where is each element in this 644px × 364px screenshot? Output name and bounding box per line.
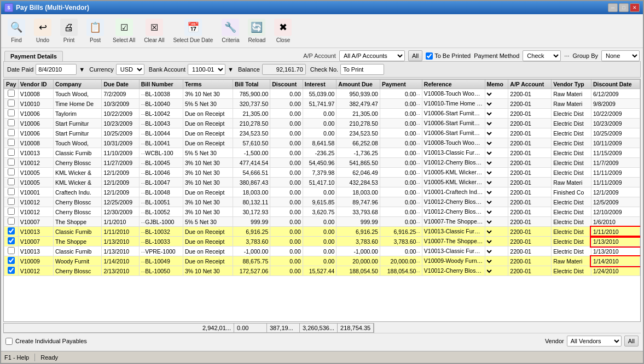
memo-dropdown[interactable]: [487, 228, 494, 235]
memo-dropdown[interactable]: [487, 199, 494, 206]
bill-number-ellipsis[interactable]: ···: [141, 111, 146, 117]
memo-cell[interactable]: [485, 266, 508, 276]
select-due-date-button[interactable]: 📅 Select Due Date: [169, 16, 217, 46]
memo-cell[interactable]: [485, 119, 508, 128]
memo-cell[interactable]: [485, 138, 508, 148]
memo-dropdown[interactable]: [487, 101, 494, 107]
maximize-button[interactable]: □: [619, 3, 629, 12]
payment-cell[interactable]: 0.00···: [380, 207, 422, 217]
payment-method-select[interactable]: Check: [523, 50, 561, 61]
memo-cell[interactable]: [485, 197, 508, 207]
memo-dropdown[interactable]: [487, 160, 494, 166]
bill-number-ellipsis[interactable]: ···: [141, 249, 146, 255]
vendor-select[interactable]: All Vendors: [567, 336, 622, 347]
payment-cell[interactable]: 0.00···: [380, 217, 422, 227]
find-button[interactable]: 🔍 Find: [4, 16, 29, 46]
pay-cell[interactable]: [4, 237, 19, 246]
memo-cell[interactable]: [485, 158, 508, 168]
payment-cell[interactable]: 0.00···: [380, 89, 422, 99]
pay-cell[interactable]: [4, 256, 19, 266]
payment-ellipsis[interactable]: ···: [416, 171, 420, 176]
vendor-all-button[interactable]: All: [624, 336, 639, 347]
bank-account-select[interactable]: 1100-01: [188, 64, 225, 75]
pay-cell[interactable]: [4, 266, 19, 276]
payment-ellipsis[interactable]: ···: [416, 220, 420, 225]
memo-cell[interactable]: [485, 99, 508, 109]
pay-cell[interactable]: [4, 158, 19, 168]
payment-cell[interactable]: 0.00···: [380, 158, 422, 168]
payment-cell[interactable]: 0.00···: [380, 138, 422, 148]
bill-number-ellipsis[interactable]: ···: [141, 141, 146, 146]
memo-cell[interactable]: [485, 246, 508, 256]
create-individual-payables-checkbox[interactable]: [5, 338, 13, 345]
payment-cell[interactable]: 0.00···: [380, 148, 422, 158]
payment-ellipsis[interactable]: ···: [416, 151, 420, 156]
payment-cell[interactable]: 0.00···: [380, 119, 422, 128]
memo-dropdown[interactable]: [487, 140, 494, 146]
bill-number-ellipsis[interactable]: ···: [141, 190, 146, 196]
close-button[interactable]: ✖ Close: [270, 16, 295, 46]
payment-ellipsis[interactable]: ···: [416, 190, 420, 196]
bill-number-ellipsis[interactable]: ···: [141, 259, 146, 265]
memo-dropdown[interactable]: [487, 219, 494, 225]
memo-cell[interactable]: [485, 109, 508, 119]
pay-cell[interactable]: [4, 128, 19, 138]
reference-dropdown[interactable]: [483, 110, 485, 117]
payment-ellipsis[interactable]: ···: [416, 269, 420, 274]
payment-ellipsis[interactable]: ···: [416, 180, 420, 186]
bill-number-ellipsis[interactable]: ···: [141, 92, 146, 97]
memo-dropdown[interactable]: [487, 91, 494, 97]
payment-ellipsis[interactable]: ···: [416, 249, 420, 255]
pay-cell[interactable]: [4, 168, 19, 178]
payment-ellipsis[interactable]: ···: [416, 102, 420, 107]
payment-cell[interactable]: 0.00···: [380, 168, 422, 178]
undo-button[interactable]: ↩ Undo: [30, 16, 55, 46]
payment-cell[interactable]: 3,783.60···: [380, 237, 422, 246]
payment-cell[interactable]: 0.00···: [380, 128, 422, 138]
memo-dropdown[interactable]: [487, 120, 494, 127]
pay-cell[interactable]: [4, 187, 19, 197]
bill-number-ellipsis[interactable]: ···: [141, 102, 146, 107]
bill-number-ellipsis[interactable]: ···: [141, 131, 146, 137]
bill-number-ellipsis[interactable]: ···: [141, 121, 146, 127]
memo-cell[interactable]: [485, 237, 508, 246]
pay-cell[interactable]: [4, 207, 19, 217]
bill-number-ellipsis[interactable]: ···: [141, 220, 146, 225]
to-be-printed-check[interactable]: To Be Printed: [426, 52, 471, 60]
memo-cell[interactable]: [485, 207, 508, 217]
payment-ellipsis[interactable]: ···: [416, 239, 420, 245]
pay-cell[interactable]: [4, 89, 19, 99]
check-no-input[interactable]: [340, 64, 384, 75]
reference-dropdown[interactable]: [477, 219, 484, 225]
payment-ellipsis[interactable]: ···: [416, 111, 420, 117]
bill-number-ellipsis[interactable]: ···: [141, 239, 146, 245]
memo-cell[interactable]: [485, 256, 508, 266]
payment-ellipsis[interactable]: ···: [416, 230, 420, 235]
memo-cell[interactable]: [485, 168, 508, 178]
payment-ellipsis[interactable]: ···: [416, 161, 420, 166]
reference-dropdown[interactable]: [483, 120, 485, 127]
memo-dropdown[interactable]: [487, 130, 494, 137]
pay-cell[interactable]: [4, 99, 19, 109]
memo-dropdown[interactable]: [487, 248, 494, 255]
pay-cell[interactable]: [4, 197, 19, 207]
close-window-button[interactable]: ✕: [630, 3, 640, 12]
memo-dropdown[interactable]: [487, 169, 494, 176]
payment-ellipsis[interactable]: ···: [416, 131, 420, 137]
payment-cell[interactable]: 0.00···: [380, 109, 422, 119]
memo-dropdown[interactable]: [487, 179, 494, 186]
bill-number-ellipsis[interactable]: ···: [141, 269, 146, 274]
memo-dropdown[interactable]: [487, 238, 494, 245]
group-by-select[interactable]: None: [601, 50, 640, 61]
bill-number-ellipsis[interactable]: ···: [141, 230, 146, 235]
payment-ellipsis[interactable]: ···: [416, 210, 420, 215]
select-all-button[interactable]: ☑ Select All: [109, 16, 139, 46]
clear-all-button[interactable]: ☒ Clear All: [140, 16, 168, 46]
pay-cell[interactable]: [4, 138, 19, 148]
memo-cell[interactable]: [485, 187, 508, 197]
payment-ellipsis[interactable]: ···: [416, 141, 420, 146]
reference-dropdown[interactable]: [477, 238, 484, 245]
payment-cell[interactable]: 188,054.50···: [380, 266, 422, 276]
memo-cell[interactable]: [485, 227, 508, 237]
reference-dropdown[interactable]: [483, 130, 485, 137]
